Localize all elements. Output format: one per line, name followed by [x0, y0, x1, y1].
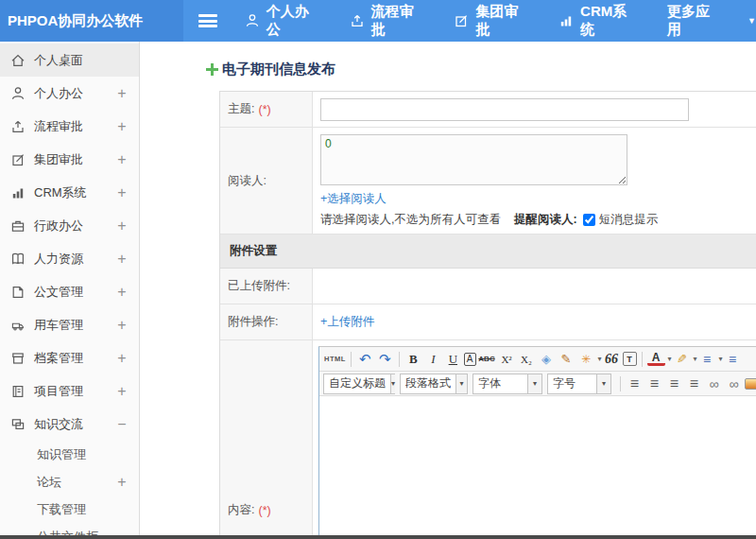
sidebar-item-workflow-approval[interactable]: 流程审批 +: [0, 110, 139, 143]
blockquote-button[interactable]: 66: [603, 350, 621, 369]
uploaded-attachments-label: 已上传附件:: [220, 269, 313, 304]
sidebar-item-label: 个人办公: [34, 85, 116, 102]
attachment-action-row: 附件操作: +上传附件: [220, 304, 756, 340]
home-icon: [10, 53, 26, 68]
insert-link-icon[interactable]: ∞: [705, 374, 723, 393]
align-left-button[interactable]: ≡: [626, 374, 644, 393]
expand-plus-icon[interactable]: +: [116, 474, 128, 491]
sidebar-item-document-mgmt[interactable]: 公文管理 +: [0, 275, 139, 308]
chevron-down-icon[interactable]: ▾: [598, 355, 602, 363]
bar-chart-icon: [558, 13, 580, 28]
sidebar-item-archive-mgmt[interactable]: 档案管理 +: [0, 341, 139, 374]
sidebar-item-hr[interactable]: 人力资源 +: [0, 242, 139, 275]
sidebar-item-crm[interactable]: CRM系统 +: [0, 176, 139, 209]
unordered-list-button[interactable]: ≡: [724, 350, 742, 369]
nav-group-approval[interactable]: 集团审批: [454, 3, 531, 39]
sidebar-item-project-mgmt[interactable]: 项目管理 +: [0, 374, 139, 408]
upload-attachment-link[interactable]: +上传附件: [320, 314, 374, 330]
collapse-minus-icon[interactable]: −: [116, 416, 128, 433]
font-color-button[interactable]: A: [647, 353, 665, 366]
sms-notify-checkbox[interactable]: [583, 214, 595, 226]
nav-crm[interactable]: CRM系统: [558, 3, 640, 39]
italic-button[interactable]: I: [424, 350, 442, 369]
app-logo: PHPOA协同办公软件: [0, 0, 183, 42]
menu-toggle-icon[interactable]: [198, 14, 217, 27]
chevron-down-icon[interactable]: ▼: [747, 16, 756, 26]
align-justify-button[interactable]: ≡: [685, 374, 703, 393]
expand-plus-icon[interactable]: +: [116, 151, 128, 168]
align-center-button[interactable]: ≡: [645, 374, 663, 393]
highlight-pen-icon[interactable]: ✎: [673, 350, 691, 369]
readers-textarea[interactable]: 0: [320, 134, 627, 185]
insert-image-icon[interactable]: [745, 374, 756, 393]
chevron-down-icon: ▾: [390, 374, 395, 393]
bottom-edge-strip: [0, 535, 756, 539]
remove-link-icon[interactable]: ∞: [725, 374, 743, 393]
nav-personal-office[interactable]: 个人办公: [245, 3, 322, 39]
subject-input[interactable]: [320, 98, 689, 121]
expand-plus-icon[interactable]: +: [116, 383, 128, 400]
sidebar-subitem-knowledge-mgmt[interactable]: 知识管理: [0, 441, 139, 468]
archive-box-icon: [10, 351, 26, 366]
undo-icon[interactable]: ↶: [356, 350, 374, 369]
bar-chart-icon: [10, 185, 26, 200]
nav-more-apps[interactable]: 更多应用: [667, 3, 723, 39]
sidebar-item-vehicle-mgmt[interactable]: 用车管理 +: [0, 308, 139, 341]
expand-plus-icon[interactable]: +: [116, 317, 128, 334]
custom-style-select[interactable]: 自定义标题 ▾: [323, 374, 395, 394]
sidebar-item-label: 个人桌面: [34, 52, 116, 69]
strikethrough-button[interactable]: ABC: [478, 350, 496, 369]
attachment-action-label: 附件操作:: [220, 304, 313, 339]
expand-plus-icon[interactable]: +: [116, 85, 128, 102]
sidebar-item-personal-office[interactable]: 个人办公 +: [0, 77, 139, 110]
sidebar-item-personal-desktop[interactable]: 个人桌面: [0, 43, 139, 77]
font-family-select[interactable]: 字体 ▾: [472, 374, 542, 394]
editor-toolbar-row1: HTML ↶ ↷ B I U A ABC X² X₂ ◈ ✎: [319, 347, 756, 372]
sidebar-item-group-approval[interactable]: 集团审批 +: [0, 143, 139, 176]
share-icon: [350, 13, 371, 28]
font-border-button[interactable]: A: [464, 353, 476, 366]
sidebar-item-knowledge-exchange[interactable]: 知识交流 −: [0, 408, 139, 441]
select-readers-link[interactable]: +选择阅读人: [320, 192, 387, 205]
chevron-down-icon[interactable]: ▾: [668, 355, 672, 363]
edit-icon: [454, 13, 475, 28]
top-header: PHPOA协同办公软件 个人办公 流程审批 集团审批 CRM系统 更多应用 ▼: [0, 0, 756, 42]
underline-button[interactable]: U: [444, 350, 462, 369]
sidebar-subitem-download-mgmt[interactable]: 下载管理: [0, 496, 139, 523]
format-painter-icon[interactable]: ✎: [558, 350, 576, 369]
redo-icon[interactable]: ↷: [376, 350, 394, 369]
ordered-list-button[interactable]: ≡: [698, 350, 716, 369]
auto-typeset-icon[interactable]: ✳: [577, 350, 595, 369]
expand-plus-icon[interactable]: +: [116, 217, 128, 235]
nav-label: 集团审批: [475, 3, 531, 39]
paste-text-icon[interactable]: T: [623, 352, 637, 366]
toolbar-separator: [642, 352, 643, 367]
editor-content-area[interactable]: [319, 396, 756, 539]
publish-form: 主题: (*) 阅读人: 0 +选择阅读人 请选择阅读人,不选为所有人可查看 提…: [219, 91, 756, 539]
sidebar-item-admin-office[interactable]: 行政办公 +: [0, 209, 139, 242]
chevron-down-icon[interactable]: ▾: [719, 355, 723, 363]
expand-plus-icon[interactable]: +: [116, 251, 128, 268]
html-source-button[interactable]: HTML: [324, 350, 346, 369]
sidebar-item-label: 用车管理: [34, 317, 116, 334]
expand-plus-icon[interactable]: +: [116, 350, 128, 367]
sidebar-subitem-forum[interactable]: 论坛 +: [0, 468, 139, 496]
subscript-button[interactable]: X₂: [518, 350, 536, 369]
expand-plus-icon[interactable]: +: [116, 184, 128, 201]
sidebar-subitem-label: 下载管理: [37, 501, 128, 518]
paragraph-format-select[interactable]: 段落格式 ▾: [400, 374, 468, 394]
align-right-button[interactable]: ≡: [665, 374, 683, 393]
edit-icon: [10, 152, 26, 167]
font-size-select[interactable]: 字号 ▾: [547, 374, 611, 394]
expand-plus-icon[interactable]: +: [116, 118, 128, 135]
remind-readers-label: 提醒阅读人:: [514, 212, 577, 228]
superscript-button[interactable]: X²: [498, 350, 516, 369]
nav-workflow-approval[interactable]: 流程审批: [350, 3, 427, 39]
eraser-icon[interactable]: ◈: [538, 350, 556, 369]
chat-bubbles-icon: [10, 417, 26, 432]
chevron-down-icon[interactable]: ▾: [694, 355, 697, 363]
page-title: 电子期刊信息发布: [206, 61, 756, 78]
expand-plus-icon[interactable]: +: [116, 284, 128, 301]
bold-button[interactable]: B: [404, 350, 422, 369]
readers-hint: 请选择阅读人,不选为所有人可查看: [320, 212, 501, 228]
